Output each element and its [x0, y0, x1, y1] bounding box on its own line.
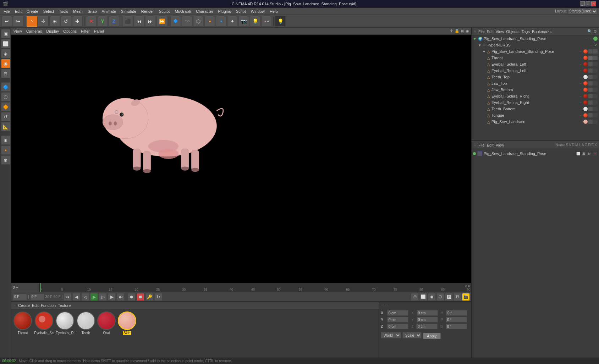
- material-eyeballs-ri[interactable]: Eyeballs_Ri: [56, 311, 75, 335]
- menu-render[interactable]: Render: [139, 9, 156, 14]
- world-dropdown[interactable]: World Object: [381, 332, 401, 338]
- vp-icon-eye[interactable]: ◉: [466, 29, 469, 33]
- view-btn4[interactable]: ⬡: [436, 293, 444, 301]
- hx-input[interactable]: [417, 310, 438, 316]
- z-axis-btn[interactable]: Z: [109, 16, 119, 27]
- record-btn[interactable]: ⏺: [128, 293, 136, 301]
- view-btn6[interactable]: ⊟: [454, 293, 461, 301]
- menu-snap[interactable]: Snap: [86, 9, 99, 14]
- env-btn[interactable]: ✦: [227, 16, 238, 27]
- go-start-btn[interactable]: ⏮: [64, 293, 71, 301]
- tree-item-teeth-top[interactable]: △ Teeth_Top ··: [472, 74, 599, 80]
- menu-sculpt[interactable]: Sculpt: [157, 9, 172, 14]
- start-frame-input[interactable]: [30, 294, 44, 300]
- transform-tool[interactable]: ✚: [72, 16, 83, 27]
- render-btn[interactable]: 💡: [275, 16, 286, 27]
- vp-menu-display[interactable]: Display: [46, 29, 59, 33]
- viewport[interactable]: [11, 35, 471, 283]
- mat-menu-function[interactable]: Function: [41, 303, 56, 308]
- nurbs-btn[interactable]: ⬡: [193, 16, 204, 27]
- vp-icon-plus[interactable]: ✛: [450, 29, 453, 33]
- obj-menu-edit[interactable]: Edit: [487, 29, 494, 34]
- vp-menu-cameras[interactable]: Cameras: [26, 29, 42, 33]
- left-edge-btn[interactable]: ◈: [1, 49, 10, 58]
- material-teeth[interactable]: Teeth: [77, 311, 95, 335]
- x-axis-btn[interactable]: ✕: [86, 16, 97, 27]
- left-btn10[interactable]: 📐: [1, 122, 10, 131]
- tree-item-sclera-left[interactable]: △ Eyeball_Sclera_Left ··: [472, 61, 599, 67]
- obj-menu-bookmarks[interactable]: Bookmarks: [532, 29, 551, 34]
- minimize-btn[interactable]: _: [580, 1, 585, 6]
- material-oral[interactable]: Oral: [97, 311, 116, 335]
- obj-menu-file[interactable]: File: [478, 29, 485, 34]
- menu-select[interactable]: Select: [41, 9, 56, 14]
- cam-btn[interactable]: 📷: [238, 16, 249, 27]
- left-btn7[interactable]: ⬡: [1, 92, 10, 101]
- light-btn[interactable]: 💡: [250, 16, 260, 27]
- redo-btn[interactable]: ↪: [13, 16, 23, 27]
- vp-icon-lock[interactable]: 🔒: [455, 29, 460, 33]
- scale-tool[interactable]: ⊞: [49, 16, 60, 27]
- menu-mograph[interactable]: MoGraph: [172, 9, 193, 14]
- deform-btn[interactable]: 🔸: [204, 16, 215, 27]
- layout-selector[interactable]: Startup (User): [567, 8, 598, 15]
- menu-edit[interactable]: Edit: [13, 9, 24, 14]
- menu-file[interactable]: File: [1, 9, 12, 14]
- close-btn[interactable]: ×: [591, 1, 596, 6]
- loop-btn[interactable]: ↻: [154, 293, 162, 301]
- tree-item-throat[interactable]: △ Throat ··: [472, 55, 599, 61]
- menu-tools[interactable]: Tools: [57, 9, 70, 14]
- obj-menu-view[interactable]: View: [496, 29, 504, 34]
- left-model-btn[interactable]: ▣: [1, 29, 10, 38]
- anim-btn1[interactable]: ⏮: [134, 16, 144, 27]
- attr-menu-file[interactable]: File: [478, 143, 485, 147]
- tree-item-jaw-bottom[interactable]: △ Jaw_Bottom ··: [472, 87, 599, 93]
- material-eyeballs-sc[interactable]: Eyeballs_Sc: [34, 311, 54, 335]
- scale-dropdown[interactable]: Scale Size: [402, 332, 422, 338]
- timeline-track[interactable]: 0 5 10 15 20 25 30 35 40 45 50 55: [40, 283, 471, 292]
- z-input[interactable]: [387, 324, 408, 329]
- undo-btn[interactable]: ↩: [1, 16, 12, 27]
- window-controls[interactable]: _ □ ×: [580, 1, 596, 6]
- tree-item-pig-sub[interactable]: ▼ △ Pig_Sow_Landrace_Standing_Pose ··: [472, 48, 599, 55]
- view-btn2[interactable]: ⬜: [419, 293, 427, 301]
- select-tool[interactable]: ↖: [27, 16, 37, 27]
- h-rot-input[interactable]: [446, 310, 467, 316]
- left-btn13[interactable]: ⊕: [1, 155, 10, 165]
- material-skin[interactable]: Skin: [118, 311, 136, 335]
- mat-menu-edit[interactable]: Edit: [32, 303, 39, 308]
- left-btn8[interactable]: 🔶: [1, 102, 10, 111]
- apply-button[interactable]: Apply: [423, 333, 441, 339]
- tree-item-sclera-right[interactable]: △ Eyeball_Sclera_Right ··: [472, 93, 599, 99]
- left-uv-btn[interactable]: ⊟: [1, 69, 10, 78]
- play-btn[interactable]: ▶: [90, 293, 98, 301]
- vp-menu-options[interactable]: Options: [63, 29, 77, 33]
- left-btn11[interactable]: ⊞: [1, 136, 10, 145]
- x-input[interactable]: [387, 310, 408, 316]
- vp-icon-grid[interactable]: ⊞: [461, 29, 464, 33]
- hy-input[interactable]: [417, 317, 438, 322]
- y-input[interactable]: [387, 317, 408, 322]
- view-btn5[interactable]: 🅿: [445, 293, 453, 301]
- hz-input[interactable]: [416, 324, 438, 329]
- y-axis-btn[interactable]: Y: [97, 16, 108, 27]
- p-rot-input[interactable]: [446, 317, 467, 322]
- vp-menu-filter[interactable]: Filter: [81, 29, 89, 33]
- anim-btn2[interactable]: ⏭: [145, 16, 156, 27]
- mat-menu-create[interactable]: Create: [18, 303, 30, 308]
- menu-plugins[interactable]: Plugins: [216, 9, 233, 14]
- vr-btn[interactable]: 👓: [261, 16, 272, 27]
- tree-item-retina-right[interactable]: △ Eyeball_Retina_Right ··: [472, 99, 599, 106]
- left-btn6[interactable]: 🔷: [1, 82, 10, 92]
- attr-action2[interactable]: ⊞: [581, 151, 586, 156]
- keyframe-btn[interactable]: 🔑: [145, 293, 153, 301]
- menu-help[interactable]: Help: [268, 9, 280, 14]
- maximize-btn[interactable]: □: [586, 1, 590, 6]
- attr-action1[interactable]: ⬜: [576, 151, 581, 156]
- current-frame-input[interactable]: [13, 294, 27, 300]
- prev-play-btn[interactable]: ◁: [81, 293, 89, 301]
- attr-menu-view[interactable]: View: [496, 143, 504, 147]
- prev-frame-btn[interactable]: ◀: [72, 293, 80, 301]
- menu-mesh[interactable]: Mesh: [71, 9, 85, 14]
- attr-action3[interactable]: ▷: [587, 151, 592, 156]
